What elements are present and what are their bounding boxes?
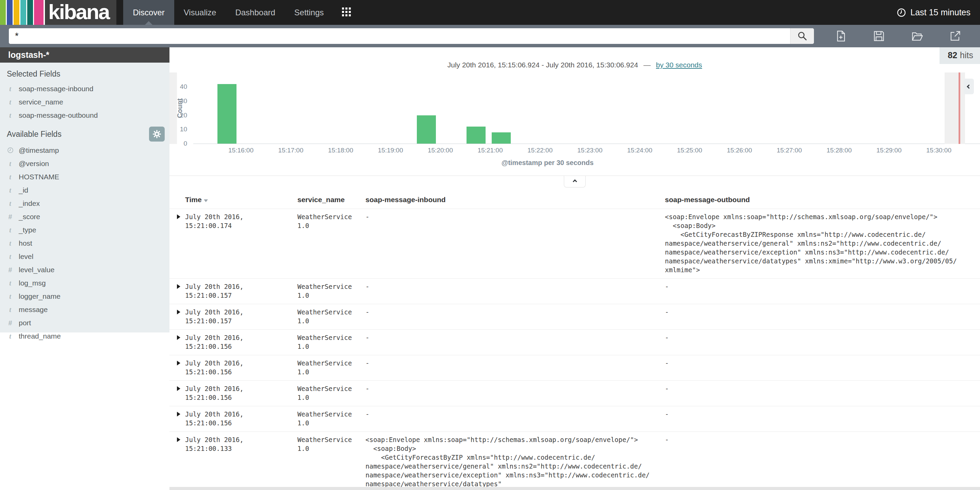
open-folder-icon: [911, 30, 923, 42]
search-box: [9, 28, 814, 44]
histogram-bar-15:15:30[interactable]: [218, 84, 237, 143]
expand-row-icon[interactable]: [177, 335, 180, 340]
chevron-left-icon: [967, 84, 971, 89]
field-type-icon: t: [7, 227, 14, 234]
field-item-HOSTNAME[interactable]: t HOSTNAME: [0, 170, 169, 183]
clock-icon: [896, 8, 907, 18]
cell-service-name: WeatherService 1.0: [298, 435, 366, 487]
y-tick-10: 10: [180, 126, 187, 133]
field-item-@timestamp[interactable]: @timestamp: [0, 143, 169, 157]
tab-settings[interactable]: Settings: [285, 0, 334, 25]
column-header-time: Time: [185, 196, 298, 204]
available-fields-list: @timestamp t @version t HOSTNAME t _id t…: [0, 143, 169, 343]
expand-row-icon[interactable]: [177, 310, 180, 314]
expand-row-icon[interactable]: [177, 386, 180, 391]
app-switcher-icon[interactable]: [339, 5, 354, 21]
time-picker-button[interactable]: Last 15 minutes: [896, 0, 980, 25]
table-row: July 20th 2016, 15:21:00.156 WeatherServ…: [169, 380, 980, 406]
column-header-time-label[interactable]: Time: [185, 196, 202, 204]
field-name: host: [19, 239, 32, 247]
selected-fields-heading: Selected Fields: [0, 63, 169, 82]
field-item-level_value[interactable]: # level_value: [0, 263, 169, 276]
search-input[interactable]: [9, 28, 790, 44]
x-tick-15:30:00: 15:30:00: [926, 147, 951, 154]
cell-time: July 20th 2016, 15:21:00.156: [185, 384, 298, 402]
field-item-level[interactable]: t level: [0, 250, 169, 263]
table-row: July 20th 2016, 15:21:00.174 WeatherServ…: [169, 208, 980, 278]
expand-row-icon[interactable]: [177, 361, 180, 366]
field-name: thread_name: [19, 332, 61, 340]
cell-service-name: WeatherService 1.0: [298, 359, 366, 376]
time-picker-label: Last 15 minutes: [911, 8, 971, 18]
expand-row-icon[interactable]: [177, 284, 180, 289]
expand-row-icon[interactable]: [177, 215, 180, 219]
expand-column-header: [169, 196, 185, 204]
horizontal-scrollbar[interactable]: [169, 487, 980, 490]
kibana-logo[interactable]: kibana: [0, 0, 116, 25]
histogram-bar-15:20:30[interactable]: [466, 127, 485, 143]
search-bar-row: [0, 25, 980, 47]
field-item-_type[interactable]: t _type: [0, 223, 169, 237]
cell-service-name: WeatherService 1.0: [298, 333, 366, 351]
brand-name: kibana: [45, 0, 116, 25]
tab-dashboard[interactable]: Dashboard: [226, 0, 285, 25]
field-item-host[interactable]: t host: [0, 237, 169, 250]
field-item-message[interactable]: t message: [0, 303, 169, 316]
interval-link[interactable]: by 30 seconds: [656, 61, 702, 69]
expand-row-icon[interactable]: [177, 437, 180, 442]
cell-service-name: WeatherService 1.0: [298, 212, 366, 274]
cell-time: July 20th 2016, 15:21:00.157: [185, 308, 298, 325]
column-header-soap-message-outbound: soap-message-outbound: [665, 196, 980, 204]
cell-soap-message-outbound: <soap:Envelope xmlns:soap="http://schema…: [665, 212, 980, 274]
field-type-icon: t: [7, 160, 14, 167]
field-sidebar: logstash-* Selected Fields t soap-messag…: [0, 47, 169, 332]
field-type-icon: t: [7, 173, 14, 180]
x-tick-15:19:00: 15:19:00: [378, 147, 403, 154]
field-item-@version[interactable]: t @version: [0, 157, 169, 170]
cell-soap-message-inbound: -: [366, 282, 665, 300]
open-search-button[interactable]: [911, 30, 924, 43]
save-search-button[interactable]: [872, 30, 885, 43]
histogram-bar-15:21:00[interactable]: [492, 132, 511, 143]
share-button[interactable]: [949, 30, 962, 43]
cell-time: July 20th 2016, 15:21:00.156: [185, 410, 298, 427]
cell-soap-message-inbound: -: [366, 410, 665, 427]
available-fields-row: Available Fields: [0, 122, 169, 143]
field-item-logger_name[interactable]: t logger_name: [0, 290, 169, 303]
search-icon: [797, 31, 808, 41]
field-item-soap-message-inbound[interactable]: t soap-message-inbound: [0, 82, 169, 95]
search-button[interactable]: [790, 28, 814, 44]
field-name: level: [19, 253, 33, 261]
histogram-bar-15:19:30[interactable]: [417, 115, 436, 143]
collapse-histogram-button[interactable]: [564, 176, 585, 188]
tab-discover[interactable]: Discover: [123, 0, 174, 25]
new-search-button[interactable]: [834, 30, 847, 43]
tab-visualize[interactable]: Visualize: [174, 0, 226, 25]
field-type-icon: t: [7, 99, 14, 105]
field-name: _type: [19, 226, 36, 234]
x-tick-15:24:00: 15:24:00: [627, 147, 652, 154]
field-item-service_name[interactable]: t service_name: [0, 95, 169, 108]
field-item-thread_name[interactable]: t thread_name: [0, 329, 169, 343]
y-tick-40: 40: [180, 83, 187, 91]
cell-soap-message-inbound: -: [366, 384, 665, 402]
field-name: HOSTNAME: [19, 173, 59, 181]
collapse-chart-right-button[interactable]: [964, 79, 974, 94]
share-export-icon: [950, 30, 961, 42]
field-name: _score: [19, 213, 40, 221]
field-item-port[interactable]: # port: [0, 316, 169, 329]
hits-count: 82: [948, 50, 957, 60]
x-tick-15:23:00: 15:23:00: [578, 147, 603, 154]
field-item-_id[interactable]: t _id: [0, 183, 169, 197]
cell-soap-message-inbound: -: [366, 308, 665, 325]
field-item-log_msg[interactable]: t log_msg: [0, 276, 169, 290]
field-type-icon: t: [7, 280, 14, 286]
chart-time-range: July 20th 2016, 15:15:06.924 - July 20th…: [169, 61, 980, 69]
field-item-_score[interactable]: # _score: [0, 210, 169, 223]
index-pattern[interactable]: logstash-*: [0, 47, 169, 63]
field-settings-button[interactable]: [149, 127, 165, 142]
cell-service-name: WeatherService 1.0: [298, 384, 366, 402]
expand-row-icon[interactable]: [177, 412, 180, 417]
field-item-_index[interactable]: t _index: [0, 197, 169, 210]
field-item-soap-message-outbound[interactable]: t soap-message-outbound: [0, 108, 169, 122]
